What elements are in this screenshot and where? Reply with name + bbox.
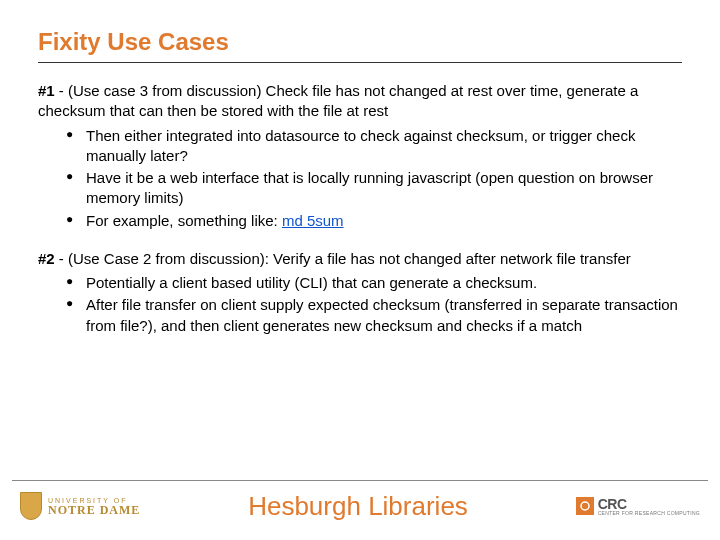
uc2-number: #2: [38, 250, 55, 267]
nd-text: UNIVERSITY OF NOTRE DAME: [48, 497, 140, 516]
crc-logo: CRC CENTER FOR RESEARCH COMPUTING: [576, 497, 700, 516]
uc1-bullets: Then either integrated into datasource t…: [38, 126, 682, 231]
crc-big-text: CRC: [598, 497, 700, 511]
slide-title: Fixity Use Cases: [38, 28, 682, 56]
use-case-1-lead: #1 - (Use case 3 from discussion) Check …: [38, 81, 682, 122]
list-item: After file transfer on client supply exp…: [66, 295, 682, 336]
footer: UNIVERSITY OF NOTRE DAME Hesburgh Librar…: [0, 480, 720, 540]
uc2-text: - (Use Case 2 from discussion): Verify a…: [55, 250, 631, 267]
notre-dame-logo: UNIVERSITY OF NOTRE DAME: [20, 492, 140, 520]
body-content: #1 - (Use case 3 from discussion) Check …: [38, 81, 682, 336]
uc1-text: - (Use case 3 from discussion) Check fil…: [38, 82, 638, 119]
uc2-bullets: Potentially a client based utility (CLI)…: [38, 273, 682, 336]
list-item: For example, something like: md 5sum: [66, 211, 682, 231]
list-item: Potentially a client based utility (CLI)…: [66, 273, 682, 293]
uc1-number: #1: [38, 82, 55, 99]
list-item: Have it be a web interface that is local…: [66, 168, 682, 209]
crc-small-text: CENTER FOR RESEARCH COMPUTING: [598, 511, 700, 516]
title-underline: [38, 62, 682, 63]
shield-icon: [20, 492, 42, 520]
md5sum-link[interactable]: md 5sum: [282, 212, 344, 229]
svg-point-0: [581, 502, 589, 510]
nd-big-text: NOTRE DAME: [48, 504, 140, 516]
hesburgh-label: Hesburgh Libraries: [248, 491, 468, 522]
use-case-2-lead: #2 - (Use Case 2 from discussion): Verif…: [38, 249, 682, 269]
crc-text: CRC CENTER FOR RESEARCH COMPUTING: [598, 497, 700, 516]
list-item: Then either integrated into datasource t…: [66, 126, 682, 167]
slide: Fixity Use Cases #1 - (Use case 3 from d…: [0, 0, 720, 540]
bullet-prefix: For example, something like:: [86, 212, 282, 229]
crc-icon: [576, 497, 594, 515]
